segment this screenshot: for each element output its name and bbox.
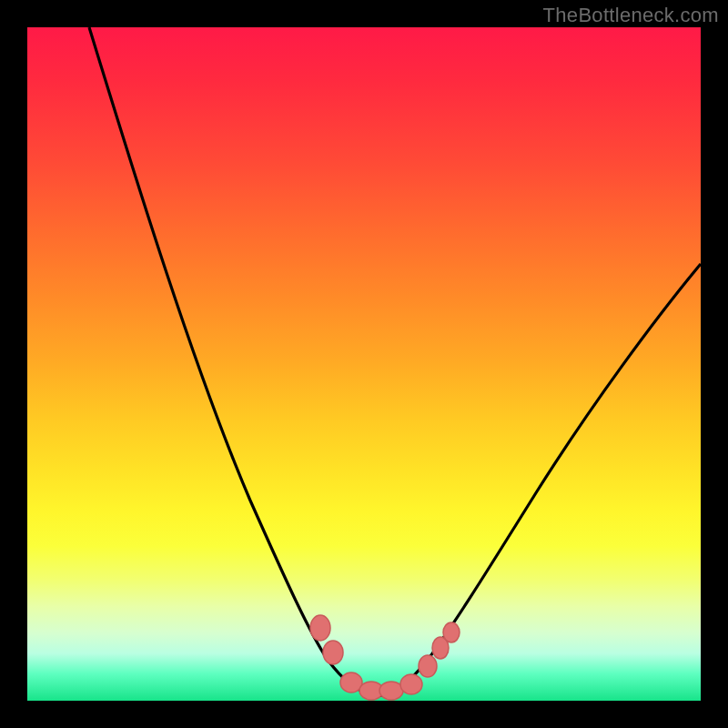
chart-plot-area <box>27 27 701 701</box>
marker-dot <box>419 655 437 677</box>
chart-frame: TheBottleneck.com <box>0 0 728 728</box>
marker-dot <box>323 641 343 664</box>
marker-dot <box>379 682 403 700</box>
marker-group <box>310 615 460 700</box>
curve-right-branch <box>378 264 701 696</box>
watermark-text: TheBottleneck.com <box>543 4 719 27</box>
curve-group <box>89 27 701 696</box>
marker-dot <box>443 622 460 642</box>
marker-dot <box>400 674 422 694</box>
marker-dot <box>310 615 330 641</box>
curve-left-branch <box>89 27 378 696</box>
chart-svg <box>27 27 701 701</box>
